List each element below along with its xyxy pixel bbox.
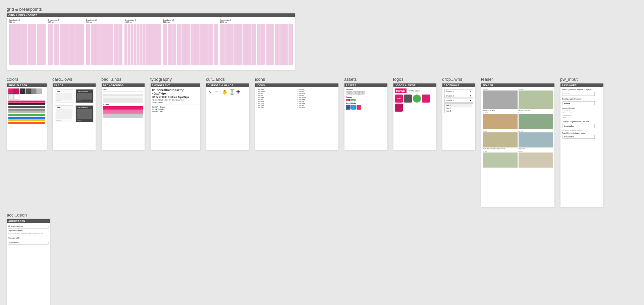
- color-bar-blue: [8, 117, 45, 119]
- icons-group[interactable]: icons ICONS ● icon-home ● icon-search ● …: [255, 77, 339, 207]
- backgrounds-frame[interactable]: BACKGROUNDS fields buttons: [101, 83, 145, 150]
- col: [155, 24, 158, 65]
- cursor-text: I: [219, 89, 221, 95]
- pw-input-group[interactable]: pw_input PASSWORT Minima Quaestione Angl…: [560, 77, 604, 207]
- col: [220, 24, 224, 65]
- dropdown2[interactable]: Option 2▼: [444, 94, 473, 98]
- pw-field[interactable]: [562, 92, 595, 96]
- cards-frame[interactable]: CARDS Card 1 Content Card 1 inverse Cont…: [52, 83, 96, 150]
- cursors-list: ↖ ☞ I ✋ ⏳ ✚: [208, 88, 248, 95]
- cursors-frame[interactable]: CURSORS & HANDS ↖ ☞ I ✋ ⏳ ✚: [206, 83, 250, 150]
- icon-row: ● icon-lock: [298, 105, 337, 106]
- accordion-item1-header[interactable]: Minima Quaestione +: [8, 225, 49, 227]
- icon-row: ● icon-heart: [257, 97, 296, 98]
- bg-pink-light: [103, 110, 143, 114]
- icon-row: ● icon-star: [257, 99, 296, 100]
- teaser-size-label: Tip title: [483, 130, 518, 132]
- pw-link2-label: Tipps Wein mit Aufgaben bouton: [562, 132, 602, 134]
- icon-row: ● icon-edit: [298, 101, 337, 102]
- backgrounds-group[interactable]: bac...unds BACKGROUNDS fields buttons: [101, 77, 145, 207]
- swatch-dark: [20, 88, 25, 94]
- typography-group[interactable]: typography TYPOGRAPHY H1 Schriftbild Des…: [150, 77, 201, 207]
- cursors-group[interactable]: cur...ands CURSORS & HANDS ↖ ☞ I ✋ ⏳ ✚: [206, 77, 250, 207]
- teaser-block6: Big size Tipps Wein: [519, 130, 553, 149]
- accordion-item1-icon: +: [48, 225, 49, 227]
- dropdown-option[interactable]: Item C: [445, 110, 472, 112]
- typo-body-preview: H3 Schriftbild Desktop, Desktop Copy Tex…: [152, 99, 199, 101]
- accordion-item1[interactable]: Minima Quaestione +: [8, 224, 49, 229]
- icons-header: ICONS: [255, 83, 338, 87]
- cursors-content: ↖ ☞ I ✋ ⏳ ✚: [206, 87, 249, 97]
- col: [95, 24, 100, 65]
- assets-group[interactable]: assets ASSETS Payment VISA MC PP Badges …: [344, 77, 388, 207]
- rewe-stores-label: REWE stores: [408, 88, 420, 93]
- col: [28, 24, 36, 65]
- accordion-item4[interactable]: Titlum Bouton +: [8, 240, 49, 245]
- swatch-lighter: [8, 94, 14, 100]
- teaser-frame[interactable]: TEASER Add title Wie gibt es für Wein Ad…: [481, 83, 555, 207]
- bp6-label: Breakpoint 61366 px: [220, 19, 293, 23]
- assets-badges-label: Badges: [346, 96, 386, 98]
- dropdowns-header: DROPDOWS: [442, 83, 475, 87]
- colors-group[interactable]: colors SHOP FARBEN: [7, 77, 47, 207]
- dropdowns-frame[interactable]: DROPDOWS Option 1▼ Option 2▼ Option 3▼ I…: [442, 83, 476, 150]
- backgrounds-label: bac...unds: [101, 77, 121, 82]
- accordion-item3[interactable]: Quaestione Min +: [8, 236, 49, 240]
- icon-row: ● icon-close: [257, 101, 296, 102]
- color-bar-dark: [8, 103, 45, 105]
- accordion-frame[interactable]: ACCORDEON Minima Quaestione + Anglaise L…: [7, 219, 50, 305]
- col: [134, 24, 137, 65]
- swatch-white: [14, 94, 19, 100]
- teaser-img1: [483, 90, 518, 109]
- teaser-desc: Wie gibt es für Wein: [483, 109, 518, 111]
- grid-header: GRID & BREAKPOINTS: [7, 13, 295, 17]
- col: [18, 24, 27, 65]
- assets-frame[interactable]: ASSETS Payment VISA MC PP Badges NEU SAL…: [344, 83, 388, 150]
- typography-frame[interactable]: TYPOGRAPHY H1 Schriftbild Desktop 40px/4…: [150, 83, 201, 150]
- col: [100, 24, 104, 65]
- pw-input-content: Minima Quaestione Anglaise e Lit graphe …: [560, 87, 603, 141]
- accordion-group[interactable]: acc...deon ACCORDEON Minima Quaestione +…: [7, 212, 50, 305]
- cursor-hand: ☞: [214, 89, 218, 95]
- pw-text-field[interactable]: [562, 124, 595, 128]
- icon-row: ● icon-arrow: [257, 105, 296, 106]
- icon-row: ● icon-share: [298, 103, 337, 104]
- teaser-block5: Tip title Tipps, Aldi, guten Gründe gesc…: [483, 130, 518, 149]
- dropdown1[interactable]: Option 1▼: [444, 89, 473, 93]
- col: [48, 24, 53, 65]
- icons-col2: ● icon-filter ● icon-plus ● icon-minus ●…: [298, 88, 337, 109]
- grid-frame[interactable]: GRID & BREAKPOINTS Breakpoint 1320 px Br…: [7, 13, 295, 70]
- pw-confirm-field[interactable]: [562, 101, 595, 105]
- icons-label: icons: [255, 77, 265, 82]
- colors-frame[interactable]: SHOP FARBEN: [7, 83, 47, 150]
- accordion-item4-header[interactable]: Titlum Bouton +: [8, 241, 49, 243]
- bg-white: [103, 91, 143, 95]
- card2: Card 2 Content: [55, 105, 73, 122]
- swatch-dark-pink: [14, 88, 19, 94]
- fields-label: fields: [103, 88, 143, 90]
- teaser-size-label: Bg title: [483, 150, 518, 152]
- dropdowns-group[interactable]: drop...wns DROPDOWS Option 1▼ Option 2▼ …: [442, 77, 476, 207]
- icon-row: ● icon-phone: [298, 107, 337, 108]
- icon-row: ● icon-delete: [298, 99, 337, 100]
- col: [257, 24, 261, 65]
- pw-text-field2[interactable]: [562, 135, 595, 139]
- pw-input-frame[interactable]: PASSWORT Minima Quaestione Anglaise e Li…: [560, 83, 604, 207]
- logos-frame[interactable]: LOGOS & SIEGEL REWE REWE stores REWE: [393, 83, 437, 150]
- logos-group[interactable]: logos LOGOS & SIEGEL REWE REWE stores RE…: [393, 77, 437, 207]
- bp2: Breakpoint 2480 px: [48, 19, 84, 65]
- accordion-item2[interactable]: Anglaise Lit graphe - Felder mit Aufgabe…: [8, 229, 49, 236]
- bp4-label: Breakpoint 41024 px: [124, 19, 161, 23]
- dropdown-option[interactable]: Item B: [445, 107, 472, 110]
- icons-frame[interactable]: ICONS ● icon-home ● icon-search ● icon-c…: [255, 83, 339, 150]
- accordion-item3-header[interactable]: Quaestione Min +: [8, 237, 49, 239]
- teaser-img3: [483, 114, 518, 129]
- col: [158, 24, 161, 65]
- accordion-label: acc...deon: [7, 212, 27, 218]
- dropdown-option[interactable]: Item A: [445, 104, 472, 107]
- cards-group[interactable]: card...ows CARDS Card 1 Content Card 1 i…: [52, 77, 96, 207]
- dropdown3[interactable]: Option 3▼: [444, 99, 473, 103]
- teaser-img5: [483, 132, 518, 147]
- teaser-row2: Send info Big title: [483, 112, 553, 129]
- teaser-group[interactable]: teaser TEASER Add title Wie gibt es für …: [481, 77, 555, 207]
